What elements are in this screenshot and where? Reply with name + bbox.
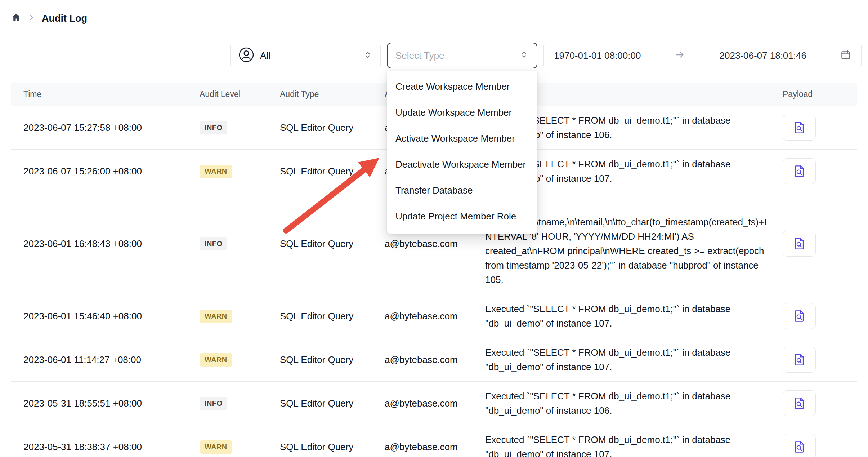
date-range-start: 1970-01-01 08:00:00 [554, 50, 641, 61]
table-row: 2023-06-01 15:46:40 +08:00 WARN SQL Edit… [11, 294, 857, 338]
time-cell: 2023-06-07 15:26:00 +08:00 [11, 150, 187, 193]
comment-cell: Executed `"SELECT * FROM db_ui_demo.t1;"… [473, 382, 770, 425]
person-icon [238, 47, 254, 64]
time-cell: 2023-06-01 11:14:27 +08:00 [11, 338, 187, 382]
audit-level-badge: INFO [200, 397, 227, 410]
payload-view-button[interactable] [783, 390, 816, 416]
comment-cell: Executed `"SELECT * FROM db_ui_demo.t1;"… [473, 338, 770, 382]
chevron-right-icon [27, 13, 36, 23]
select-chevrons-icon [519, 50, 529, 61]
table-row: 2023-05-31 18:38:37 +08:00 WARN SQL Edit… [11, 425, 857, 457]
comment-cell: Executed `"SELECT * FROM db_ui_demo.t1;"… [473, 425, 770, 457]
table-row: 2023-06-01 11:14:27 +08:00 WARN SQL Edit… [11, 338, 857, 382]
filter-bar: All Select Type 1970-01-01 08:00:00 2023… [230, 43, 862, 68]
actor-cell: a@bytebase.com [372, 338, 473, 382]
audit-level-badge: WARN [200, 440, 232, 454]
page-title: Audit Log [42, 13, 87, 24]
actor-cell: a@bytebase.com [372, 382, 473, 425]
payload-view-button[interactable] [783, 434, 816, 457]
audit-type-cell: SQL Editor Query [268, 294, 372, 338]
payload-view-button[interactable] [783, 158, 816, 184]
audit-type-cell: SQL Editor Query [268, 425, 372, 457]
date-range-picker[interactable]: 1970-01-01 08:00:00 2023-06-07 18:01:46 [543, 43, 862, 68]
audit-type-cell: SQL Editor Query [268, 193, 372, 294]
audit-level-badge: INFO [200, 121, 227, 134]
actor-filter-select[interactable]: All [230, 43, 381, 68]
payload-view-button[interactable] [783, 231, 816, 257]
payload-view-button[interactable] [783, 115, 816, 141]
actor-cell: a@bytebase.com [372, 425, 473, 457]
arrow-right-icon [675, 49, 685, 62]
audit-type-cell: SQL Editor Query [268, 338, 372, 382]
actor-filter-value: All [260, 50, 270, 61]
time-cell: 2023-05-31 18:38:37 +08:00 [11, 425, 187, 457]
type-option[interactable]: Create Workspace Member [387, 74, 537, 99]
col-header-audit-type: Audit Type [268, 83, 372, 106]
time-cell: 2023-06-07 15:27:58 +08:00 [11, 106, 187, 150]
type-filter-select[interactable]: Select Type [387, 43, 537, 68]
type-option[interactable]: Update Workspace Member [387, 99, 537, 125]
type-option[interactable]: Transfer Database [387, 177, 537, 203]
time-cell: 2023-05-31 18:55:51 +08:00 [11, 382, 187, 425]
audit-level-badge: WARN [200, 353, 232, 367]
select-chevrons-icon [363, 50, 372, 61]
type-option[interactable]: Activate Workspace Member [387, 125, 537, 151]
audit-type-cell: SQL Editor Query [268, 382, 372, 425]
breadcrumb: Audit Log [0, 0, 868, 27]
audit-level-badge: WARN [200, 310, 232, 323]
col-header-payload: Payload [770, 83, 857, 106]
home-icon[interactable] [11, 12, 22, 25]
time-cell: 2023-06-01 15:46:40 +08:00 [11, 294, 187, 338]
type-option[interactable]: Deactivate Workspace Member [387, 151, 537, 177]
col-header-audit-level: Audit Level [187, 83, 268, 106]
col-header-time: Time [11, 83, 187, 106]
audit-level-badge: INFO [200, 237, 227, 250]
audit-type-cell: SQL Editor Query [268, 150, 372, 193]
audit-type-cell: SQL Editor Query [268, 106, 372, 150]
type-filter-placeholder: Select Type [395, 50, 444, 61]
time-cell: 2023-06-01 16:48:43 +08:00 [11, 193, 187, 294]
date-range-end: 2023-06-07 18:01:46 [720, 50, 806, 61]
actor-cell: a@bytebase.com [372, 294, 473, 338]
audit-level-badge: WARN [200, 165, 232, 178]
comment-cell: Executed `"SELECT * FROM db_ui_demo.t1;"… [473, 294, 770, 338]
payload-view-button[interactable] [783, 303, 816, 329]
audit-type-dropdown: Create Workspace Member Update Workspace… [387, 71, 537, 234]
calendar-icon [840, 49, 851, 62]
type-option[interactable]: Update Project Member Role [387, 203, 537, 229]
payload-view-button[interactable] [783, 347, 816, 373]
table-row: 2023-05-31 18:55:51 +08:00 INFO SQL Edit… [11, 382, 857, 425]
